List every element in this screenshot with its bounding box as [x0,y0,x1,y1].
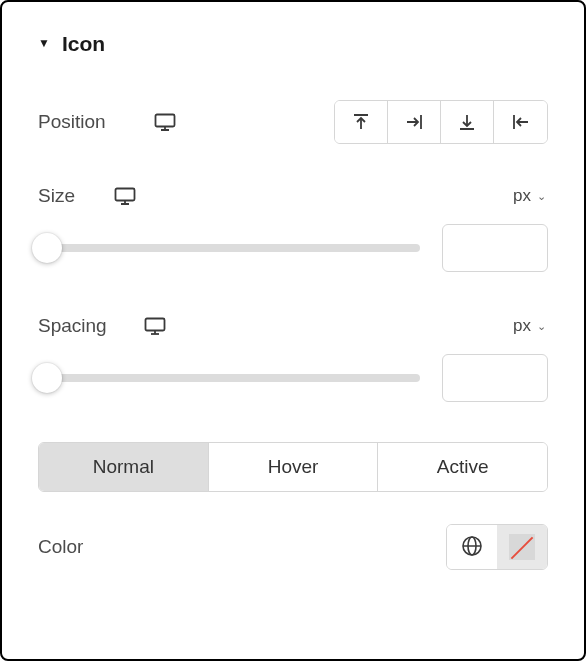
size-slider[interactable] [38,233,420,263]
position-label: Position [38,111,138,133]
spacing-input[interactable] [442,354,548,402]
position-right-button[interactable] [388,101,441,143]
size-unit-select[interactable]: px ⌄ [511,182,548,210]
position-bottom-button[interactable] [441,101,494,143]
position-row: Position [38,100,548,144]
tab-normal[interactable]: Normal [39,443,209,491]
caret-down-icon: ▼ [38,37,50,49]
desktop-icon[interactable] [114,187,136,205]
position-left-button[interactable] [494,101,547,143]
slider-track [38,244,420,252]
spacing-label: Spacing [38,315,128,337]
slider-thumb[interactable] [32,363,62,393]
position-segmented [334,100,548,144]
chevron-down-icon: ⌄ [537,190,546,203]
size-label: Size [38,185,98,207]
size-input[interactable] [442,224,548,272]
svg-rect-14 [146,319,165,331]
global-color-button[interactable] [447,525,497,569]
tab-hover[interactable]: Hover [209,443,379,491]
spacing-unit-select[interactable]: px ⌄ [511,312,548,340]
spacing-slider[interactable] [38,363,420,393]
color-swatch-button[interactable] [497,525,547,569]
no-color-icon [509,534,535,560]
slider-thumb[interactable] [32,233,62,263]
section-header[interactable]: ▼ Icon [38,32,548,56]
spacing-header-row: Spacing px ⌄ [38,312,548,340]
position-top-button[interactable] [335,101,388,143]
spacing-unit-value: px [513,316,531,336]
color-label: Color [38,536,138,558]
globe-icon [461,535,483,560]
size-slider-row [38,224,548,272]
desktop-icon[interactable] [144,317,166,335]
state-tabs: Normal Hover Active [38,442,548,492]
color-row: Color [38,524,548,570]
desktop-icon[interactable] [154,113,176,131]
color-controls [446,524,548,570]
section-title: Icon [62,32,105,56]
size-unit-value: px [513,186,531,206]
tab-active[interactable]: Active [378,443,547,491]
svg-rect-11 [116,189,135,201]
size-header-row: Size px ⌄ [38,182,548,210]
chevron-down-icon: ⌄ [537,320,546,333]
spacing-slider-row [38,354,548,402]
svg-rect-0 [156,115,175,127]
slider-track [38,374,420,382]
